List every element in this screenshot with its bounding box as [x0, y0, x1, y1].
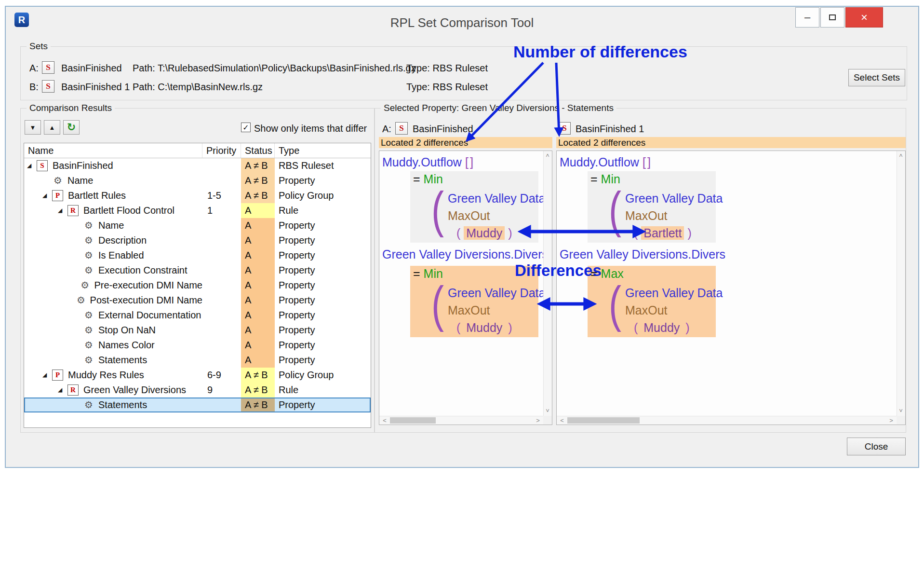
table-row[interactable]: ◢SBasinFinishedA ≠ BRBS Ruleset: [24, 158, 371, 173]
row-name-cell: ⚙Stop On NaN: [24, 323, 202, 338]
expander-icon[interactable]: ◢: [58, 383, 67, 398]
rpl-set-comparison-window: R RPL Set Comparison Tool – × Sets A: S …: [5, 6, 919, 468]
minimize-button[interactable]: –: [795, 7, 819, 27]
ruleset-icon[interactable]: S: [42, 61, 54, 74]
scroll-left-icon[interactable]: <: [380, 417, 389, 425]
scroll-down-icon[interactable]: ˅: [543, 407, 552, 415]
scroll-to-next-difference-button[interactable]: ▼: [25, 120, 41, 135]
table-row[interactable]: ◢RGreen Valley Diversions9A ≠ BRule: [24, 383, 371, 398]
scroll-right-icon[interactable]: >: [887, 417, 896, 425]
row-name-cell: ⚙Is Enabled: [24, 248, 202, 263]
scrollbar-thumb[interactable]: [390, 417, 436, 424]
table-row[interactable]: ⚙NameAProperty: [24, 218, 371, 233]
scroll-left-icon[interactable]: <: [558, 417, 566, 425]
table-row[interactable]: ◢PMuddy Res Rules6-9A ≠ BPolicy Group: [24, 368, 371, 383]
select-sets-button[interactable]: Select Sets: [848, 69, 905, 86]
row-name: Green Valley Diversions: [83, 383, 186, 398]
table-row[interactable]: ◢PBartlett Rules1-5A ≠ BPolicy Group: [24, 188, 371, 203]
row-status: A ≠ B: [241, 158, 275, 173]
row-status: A: [241, 293, 275, 308]
expander-icon[interactable]: ◢: [27, 158, 37, 173]
column-header-status[interactable]: Status: [241, 143, 275, 158]
slot-reference: Muddy.Outflow: [560, 155, 639, 169]
object-name: Muddy: [464, 321, 505, 334]
row-type: Property: [275, 233, 371, 248]
equals-sign: =: [590, 172, 598, 186]
expression-panel-b: Muddy.Outflow [] = Min ( Green Valley Da…: [556, 151, 906, 425]
vertical-scrollbar[interactable]: ˄ ˅: [897, 151, 905, 416]
vertical-scrollbar[interactable]: ˄ ˅: [543, 151, 552, 416]
open-paren: (: [456, 321, 460, 334]
tree-indent: [24, 240, 73, 241]
column-header-name[interactable]: Name: [24, 143, 202, 158]
scroll-right-icon[interactable]: >: [534, 417, 542, 425]
row-priority: [202, 293, 241, 308]
open-paren: (: [634, 226, 638, 240]
tree-indent: [24, 315, 73, 315]
row-status: A: [241, 338, 275, 353]
table-row[interactable]: ⚙Stop On NaNAProperty: [24, 323, 371, 338]
sets-group-label: Sets: [27, 41, 51, 52]
row-type: Property: [275, 338, 371, 353]
table-row[interactable]: ⚙Is EnabledAProperty: [24, 248, 371, 263]
table-row[interactable]: ⚙Post-execution DMI NameAProperty: [24, 293, 371, 308]
difference-highlight: Bartlett: [641, 226, 684, 240]
table-row[interactable]: ⚙StatementsA ≠ BProperty: [24, 398, 371, 412]
close-button[interactable]: Close: [847, 438, 906, 455]
tree-indent: [24, 195, 42, 196]
table-row[interactable]: ⚙NameA ≠ BProperty: [24, 173, 371, 188]
horizontal-scrollbar[interactable]: < >: [379, 416, 543, 425]
table-row[interactable]: ◢RBartlett Flood Control1ARule: [24, 203, 371, 218]
gear-icon: ⚙: [83, 323, 94, 338]
list-brackets: []: [643, 155, 652, 169]
refresh-button[interactable]: ↻: [63, 120, 80, 135]
column-header-type[interactable]: Type: [275, 143, 371, 158]
row-name-cell: ⚙Execution Constraint: [24, 263, 202, 278]
set-a-path: Path: T:\RulebasedSimulation\Policy\Back…: [133, 63, 416, 74]
table-row[interactable]: ⚙Pre-execution DMI NameAProperty: [24, 278, 371, 293]
row-type: Property: [275, 248, 371, 263]
gear-icon: ⚙: [83, 338, 94, 353]
expander-icon[interactable]: ◢: [58, 203, 67, 218]
expander-icon[interactable]: ◢: [42, 188, 52, 203]
table-row[interactable]: ⚙StatementsAProperty: [24, 353, 371, 368]
row-name: Bartlett Flood Control: [83, 203, 174, 218]
scrollbar-thumb[interactable]: [567, 417, 640, 424]
checkmark-icon: ✓: [242, 123, 249, 132]
show-only-differ-checkbox[interactable]: ✓: [241, 123, 251, 132]
close-icon: ×: [861, 11, 868, 24]
big-paren-icon: (: [431, 183, 444, 236]
table-row[interactable]: ⚙External DocumentationAProperty: [24, 308, 371, 323]
gear-icon: ⚙: [83, 263, 94, 278]
scroll-up-icon[interactable]: ˄: [543, 152, 552, 160]
row-name: Names Color: [98, 338, 155, 353]
maximize-button[interactable]: [820, 7, 844, 27]
tree-indent: [24, 255, 73, 256]
expression-panel-a: Muddy.Outflow [] = Min ( Green Valley Da…: [379, 151, 552, 425]
horizontal-scrollbar[interactable]: < >: [557, 416, 897, 425]
table-row[interactable]: ⚙DescriptionAProperty: [24, 233, 371, 248]
row-status: A: [241, 263, 275, 278]
row-type: Property: [275, 218, 371, 233]
scroll-up-icon[interactable]: ˄: [897, 152, 905, 160]
gear-icon: ⚙: [83, 248, 94, 263]
row-priority: [202, 248, 241, 263]
expression-content-b: Muddy.Outflow [] = Min ( Green Valley Da…: [557, 151, 897, 416]
row-name: Name: [67, 173, 93, 188]
ruleset-icon[interactable]: S: [42, 80, 54, 93]
row-priority: 1: [202, 203, 241, 218]
row-name: Statements: [98, 353, 147, 368]
row-status: A: [241, 203, 275, 218]
window-close-button[interactable]: ×: [845, 7, 883, 27]
rule-icon: R: [67, 205, 79, 216]
open-paren: (: [634, 321, 638, 334]
table-row[interactable]: ⚙Execution ConstraintAProperty: [24, 263, 371, 278]
table-row[interactable]: ⚙Names ColorAProperty: [24, 338, 371, 353]
row-priority: [202, 173, 241, 188]
scroll-to-previous-difference-button[interactable]: ▲: [44, 120, 60, 135]
expander-icon[interactable]: ◢: [42, 368, 52, 383]
column-header-priority[interactable]: Priority: [202, 143, 241, 158]
equals-sign: =: [413, 267, 420, 280]
scroll-down-icon[interactable]: ˅: [897, 407, 905, 415]
selected-property-label: Selected Property: Green Valley Diversio…: [381, 103, 616, 113]
